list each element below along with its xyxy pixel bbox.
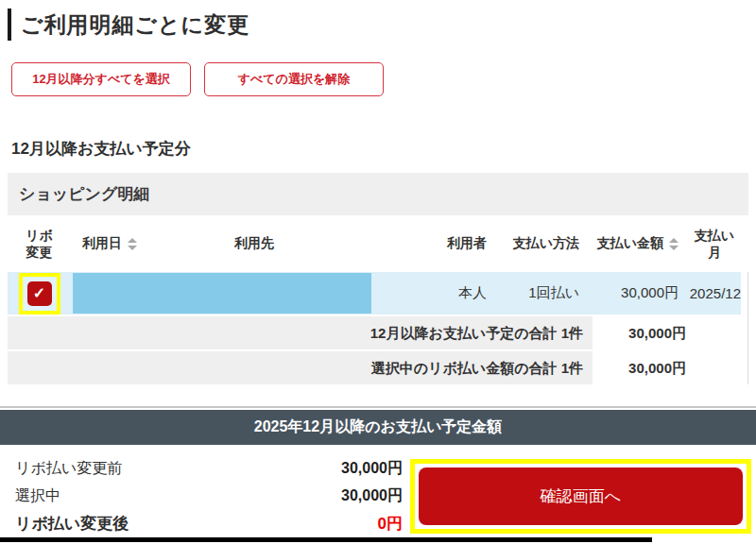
header-cell-amount[interactable]: 支払い金額 xyxy=(579,235,679,252)
header-cell-month: 支払い月 xyxy=(679,227,741,261)
payment-detail-table: リボ変更 利用日 利用先 利用者 支払い方法 支払い金額 支払い月 ✓ xyxy=(8,215,748,384)
totals-amount: 30,000円 xyxy=(341,459,403,479)
row-cell-month: 2025/12 xyxy=(679,285,741,301)
toolbar: 12月以降分すべてを選択 すべての選択を解除 xyxy=(11,62,756,96)
summary-label: 12月以降お支払い予定の合計 1件 xyxy=(8,316,593,349)
totals-amount: 30,000円 xyxy=(341,486,403,506)
table-header-row: リボ変更 利用日 利用先 利用者 支払い方法 支払い金額 支払い月 xyxy=(8,215,748,272)
summary-amount: 30,000円 xyxy=(593,351,748,384)
title-accent-bar xyxy=(8,8,11,41)
header-zone: 利用日 利用先 xyxy=(71,235,371,252)
summary-row-total: 12月以降お支払い予定の合計 1件 30,000円 xyxy=(8,316,748,349)
bottom-border-line xyxy=(0,537,652,542)
sort-icon[interactable] xyxy=(669,238,679,250)
table-row: ✓ 本人 1回払い 30,000円 2025/12 xyxy=(8,272,741,314)
header-cell-revo-change: リボ変更 xyxy=(8,227,71,261)
page-container: ご利用明細ごとに変更 12月以降分すべてを選択 すべての選択を解除 12月以降お… xyxy=(0,0,756,544)
totals-label: リボ払い変更後 xyxy=(15,513,129,535)
deselect-all-button[interactable]: すべての選択を解除 xyxy=(204,62,384,96)
totals-label: リボ払い変更前 xyxy=(15,459,122,479)
redacted-merchant-block xyxy=(73,273,371,314)
totals-row-selected: 選択中 30,000円 xyxy=(15,483,403,510)
payment-banner: 2025年12月以降のお支払い予定金額 xyxy=(0,410,756,445)
bottom-section: リボ払い変更前 30,000円 選択中 30,000円 リボ払い変更後 0円 確… xyxy=(0,445,756,539)
header-cell-method: 支払い方法 xyxy=(487,235,579,252)
row-check-cell: ✓ xyxy=(8,273,71,314)
totals-list: リボ払い変更前 30,000円 選択中 30,000円 リボ払い変更後 0円 xyxy=(15,455,403,537)
select-all-button[interactable]: 12月以降分すべてを選択 xyxy=(11,62,191,96)
totals-row-before: リボ払い変更前 30,000円 xyxy=(15,455,403,483)
summary-amount: 30,000円 xyxy=(593,316,748,349)
header-cell-user: 利用者 xyxy=(371,235,487,252)
shopping-detail-header: ショッピング明細 xyxy=(8,173,748,215)
totals-label: 選択中 xyxy=(15,486,60,506)
totals-row-after: リボ払い変更後 0円 xyxy=(15,510,403,537)
row-cell-amount: 30,000円 xyxy=(579,284,679,302)
confirm-button[interactable]: 確認画面へ xyxy=(419,468,743,525)
row-cell-user: 本人 xyxy=(371,284,487,302)
page-title-row: ご利用明細ごとに変更 xyxy=(8,8,756,42)
header-cell-use-date[interactable]: 利用日 xyxy=(82,235,122,252)
divider-line xyxy=(0,406,756,408)
page-title: ご利用明細ごとに変更 xyxy=(21,10,249,40)
sort-icon[interactable] xyxy=(128,238,137,250)
summary-row-selected: 選択中のリボ払い金額の合計 1件 30,000円 xyxy=(8,351,748,384)
row-cell-method: 1回払い xyxy=(487,284,579,302)
header-cell-merchant: 利用先 xyxy=(137,235,371,252)
row-zone xyxy=(71,273,371,314)
checkmark-icon: ✓ xyxy=(33,286,45,301)
selection-highlight-box: ✓ xyxy=(19,273,60,314)
revolving-checkbox[interactable]: ✓ xyxy=(27,281,52,306)
totals-amount: 0円 xyxy=(378,513,403,535)
confirm-highlight-box: 確認画面へ xyxy=(410,459,751,534)
summary-label: 選択中のリボ払い金額の合計 1件 xyxy=(8,351,593,384)
section-heading: 12月以降お支払い予定分 xyxy=(11,138,756,160)
